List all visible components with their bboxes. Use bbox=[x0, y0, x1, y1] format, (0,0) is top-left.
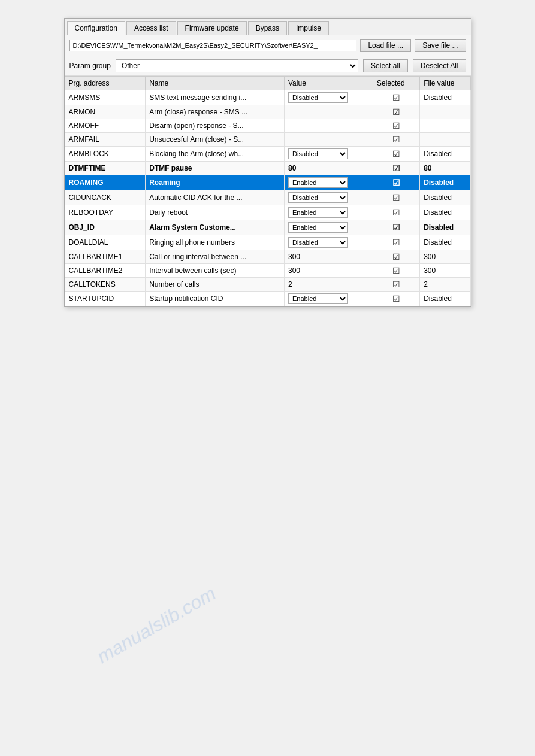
checkbox-icon[interactable]: ☑ bbox=[392, 149, 400, 159]
cell-name: Call or ring interval between ... bbox=[146, 250, 285, 264]
checkbox-icon[interactable]: ☑ bbox=[392, 238, 400, 247]
value-dropdown[interactable]: Enabled bbox=[288, 177, 348, 188]
cell-selected[interactable]: ☑ bbox=[373, 105, 419, 119]
file-path-input[interactable] bbox=[69, 40, 357, 51]
cell-file-value: 2 bbox=[420, 278, 470, 292]
checkbox-icon[interactable]: ☑ bbox=[392, 178, 400, 187]
tab-impulse[interactable]: Impulse bbox=[288, 21, 329, 35]
cell-address: ARMON bbox=[65, 105, 146, 119]
cell-selected[interactable]: ☑ bbox=[373, 147, 419, 162]
value-dropdown[interactable]: Enabled bbox=[288, 222, 348, 233]
cell-name: SMS text message sending i... bbox=[146, 90, 285, 105]
cell-value[interactable]: Disabled bbox=[285, 190, 373, 205]
checkbox-icon[interactable]: ☑ bbox=[392, 163, 400, 173]
cell-name: Alarm System Custome... bbox=[146, 220, 285, 235]
cell-value[interactable]: Disabled bbox=[285, 147, 373, 162]
deselect-all-button[interactable]: Deselect All bbox=[413, 59, 466, 72]
checkbox-icon[interactable]: ☑ bbox=[392, 93, 400, 102]
table-container: Prg. address Name Value Selected File va… bbox=[65, 76, 471, 306]
cell-value[interactable]: Enabled bbox=[285, 292, 373, 306]
cell-address: OBJ_ID bbox=[65, 220, 146, 235]
tab-bar: Configuration Access list Firmware updat… bbox=[65, 19, 471, 35]
cell-file-value: Disabled bbox=[420, 220, 470, 235]
checkbox-icon[interactable]: ☑ bbox=[392, 121, 400, 130]
cell-selected[interactable]: ☑ bbox=[373, 250, 419, 264]
cell-value[interactable]: Enabled bbox=[285, 220, 373, 235]
checkbox-icon[interactable]: ☑ bbox=[392, 252, 400, 262]
checkbox-icon[interactable]: ☑ bbox=[392, 223, 400, 232]
cell-selected[interactable]: ☑ bbox=[373, 162, 419, 175]
cell-selected[interactable]: ☑ bbox=[373, 190, 419, 205]
cell-address: ARMBLOCK bbox=[65, 147, 146, 162]
cell-value bbox=[285, 119, 373, 133]
cell-address: CALLBARTIME1 bbox=[65, 250, 146, 264]
value-dropdown[interactable]: Disabled bbox=[288, 237, 348, 248]
cell-value[interactable]: Enabled bbox=[285, 175, 373, 190]
tab-bypass[interactable]: Bypass bbox=[248, 21, 287, 35]
table-row: ARMBLOCKBlocking the Arm (close) wh...Di… bbox=[65, 147, 470, 162]
table-row: ARMSMSSMS text message sending i...Disab… bbox=[65, 90, 470, 105]
value-dropdown[interactable]: Enabled bbox=[288, 293, 348, 304]
cell-selected[interactable]: ☑ bbox=[373, 205, 419, 220]
checkbox-icon[interactable]: ☑ bbox=[392, 280, 400, 289]
cell-value[interactable]: Disabled bbox=[285, 235, 373, 250]
tab-access-list[interactable]: Access list bbox=[126, 21, 176, 35]
value-dropdown[interactable]: Enabled bbox=[288, 207, 348, 218]
checkbox-icon[interactable]: ☑ bbox=[392, 208, 400, 217]
table-row: ARMONArm (close) response - SMS ...☑ bbox=[65, 105, 470, 119]
cell-address: ARMOFF bbox=[65, 119, 146, 133]
select-all-button[interactable]: Select all bbox=[363, 59, 408, 72]
cell-address: REBOOTDAY bbox=[65, 205, 146, 220]
cell-name: Blocking the Arm (close) wh... bbox=[146, 147, 285, 162]
cell-selected[interactable]: ☑ bbox=[373, 90, 419, 105]
cell-value[interactable]: Disabled bbox=[285, 90, 373, 105]
param-group-label: Param group bbox=[69, 62, 111, 70]
tab-firmware-update[interactable]: Firmware update bbox=[177, 21, 247, 35]
cell-selected[interactable]: ☑ bbox=[373, 133, 419, 147]
cell-file-value: Disabled bbox=[420, 205, 470, 220]
table-row: CALLTOKENSNumber of calls2☑2 bbox=[65, 278, 470, 292]
value-dropdown[interactable]: Disabled bbox=[288, 92, 348, 103]
table-row: OBJ_IDAlarm System Custome...Enabled☑Dis… bbox=[65, 220, 470, 235]
cell-selected[interactable]: ☑ bbox=[373, 278, 419, 292]
checkbox-icon[interactable]: ☑ bbox=[392, 266, 400, 275]
cell-name: Unsuccesful Arm (close) - S... bbox=[146, 133, 285, 147]
watermark: manualslib.com bbox=[93, 582, 220, 668]
cell-name: Arm (close) response - SMS ... bbox=[146, 105, 285, 119]
load-file-button[interactable]: Load file ... bbox=[360, 39, 411, 52]
save-file-button[interactable]: Save file ... bbox=[415, 39, 466, 52]
cell-address: ARMSMS bbox=[65, 90, 146, 105]
cell-file-value: Disabled bbox=[420, 90, 470, 105]
checkbox-icon[interactable]: ☑ bbox=[392, 107, 400, 117]
table-row: ARMOFFDisarm (open) response - S...☑ bbox=[65, 119, 470, 133]
cell-selected[interactable]: ☑ bbox=[373, 264, 419, 278]
table-row: STARTUPCIDStartup notification CIDEnable… bbox=[65, 292, 470, 306]
cell-value[interactable]: Enabled bbox=[285, 205, 373, 220]
cell-value: 300 bbox=[285, 250, 373, 264]
cell-selected[interactable]: ☑ bbox=[373, 175, 419, 190]
cell-value bbox=[285, 133, 373, 147]
value-dropdown[interactable]: Disabled bbox=[288, 192, 348, 203]
checkbox-icon[interactable]: ☑ bbox=[392, 294, 400, 303]
cell-name: Ringing all phone numbers bbox=[146, 235, 285, 250]
col-header-selected: Selected bbox=[373, 77, 419, 90]
cell-selected[interactable]: ☑ bbox=[373, 119, 419, 133]
table-row: DTMFTIMEDTMF pause80☑80 bbox=[65, 162, 470, 175]
checkbox-icon[interactable]: ☑ bbox=[392, 193, 400, 202]
cell-selected[interactable]: ☑ bbox=[373, 235, 419, 250]
cell-address: CIDUNCACK bbox=[65, 190, 146, 205]
param-group-select[interactable]: Other bbox=[116, 59, 358, 72]
cell-address: STARTUPCID bbox=[65, 292, 146, 306]
tab-configuration[interactable]: Configuration bbox=[67, 21, 125, 35]
table-row: ARMFAILUnsuccesful Arm (close) - S...☑ bbox=[65, 133, 470, 147]
param-group-row: Param group Other Select all Deselect Al… bbox=[65, 56, 471, 76]
cell-file-value: Disabled bbox=[420, 235, 470, 250]
cell-file-value: 80 bbox=[420, 162, 470, 175]
table-row: CALLBARTIME1Call or ring interval betwee… bbox=[65, 250, 470, 264]
cell-file-value: Disabled bbox=[420, 292, 470, 306]
checkbox-icon[interactable]: ☑ bbox=[392, 135, 400, 144]
value-dropdown[interactable]: Disabled bbox=[288, 148, 348, 159]
table-row: CALLBARTIME2Interval between calls (sec)… bbox=[65, 264, 470, 278]
cell-selected[interactable]: ☑ bbox=[373, 292, 419, 306]
cell-selected[interactable]: ☑ bbox=[373, 220, 419, 235]
